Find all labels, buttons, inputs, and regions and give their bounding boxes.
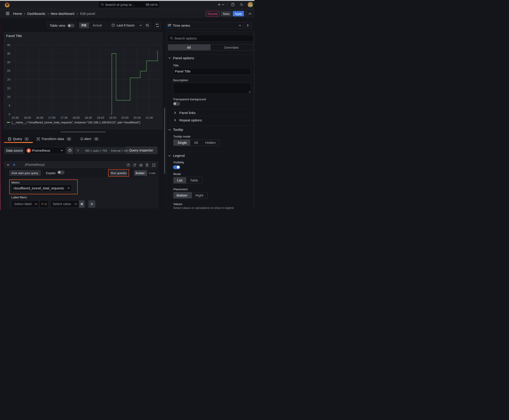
svg-text:20:30: 20:30 [134, 116, 141, 119]
svg-text:{__name__="cloudflared_tunnel_: {__name__="cloudflared_tunnel_total_requ… [12, 121, 140, 124]
svg-text:25: 25 [7, 69, 10, 73]
svg-text:15:30: 15:30 [12, 116, 19, 119]
svg-text:20:00: 20:00 [121, 116, 129, 119]
svg-text:30: 30 [7, 60, 10, 64]
svg-text:19:30: 19:30 [109, 116, 116, 119]
svg-text:21:00: 21:00 [146, 116, 153, 119]
svg-text:17:30: 17:30 [60, 116, 68, 119]
svg-text:20: 20 [7, 78, 10, 81]
svg-text:15: 15 [7, 87, 10, 90]
svg-text:35: 35 [7, 52, 10, 55]
svg-text:5: 5 [9, 104, 10, 107]
svg-text:16:30: 16:30 [36, 116, 43, 119]
svg-text:18:00: 18:00 [73, 116, 80, 119]
svg-text:18:30: 18:30 [85, 116, 92, 119]
svg-text:0: 0 [9, 113, 10, 116]
svg-text:19:00: 19:00 [97, 116, 104, 119]
svg-text:40: 40 [7, 43, 10, 47]
svg-text:17:00: 17:00 [48, 116, 55, 119]
svg-text:10: 10 [7, 95, 10, 98]
svg-text:16:00: 16:00 [24, 116, 31, 119]
